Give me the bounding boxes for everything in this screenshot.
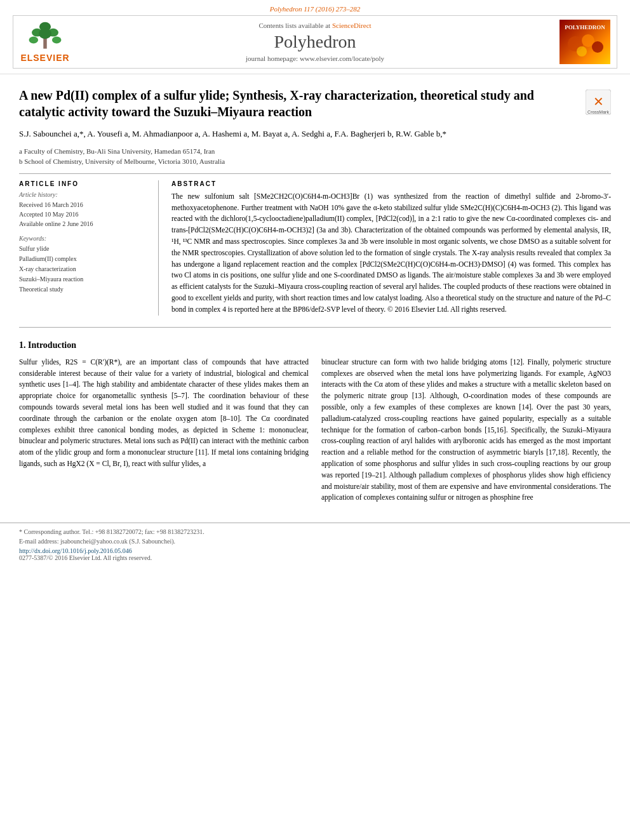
elsevier-tree-icon [26,21,64,53]
email-address: jsabounchei@yahoo.co.uk (S.J. Sabounchei… [60,538,175,545]
svg-point-10 [592,41,603,53]
footnote-corresponding: * Corresponding author. Tel.: +98 813827… [19,528,611,535]
keyword-5: Theoretical study [19,284,149,295]
received-date: Received 16 March 2016 [19,200,149,210]
journal-reference: Polyhedron 117 (2016) 273–282 [13,5,617,13]
intro-text-left: Sulfur ylides, R2S = C(R′)(R*), are an i… [19,357,309,470]
main-content: A new Pd(II) complex of a sulfur ylide; … [0,74,630,510]
svg-point-4 [52,37,62,44]
article-info-heading: ARTICLE INFO [19,180,149,187]
footer-copyright: 0277-5387/© 2016 Elsevier Ltd. All right… [19,554,611,561]
affiliations: a Faculty of Chemistry, Bu-Ali Sina Univ… [19,146,611,167]
elsevier-logo: ELSEVIER [20,21,70,63]
affiliation-b: b School of Chemistry, University of Mel… [19,156,611,167]
article-info-abstract-section: ARTICLE INFO Article history: Received 1… [19,180,611,316]
contents-available-text: Contents lists available at ScienceDirec… [70,22,560,29]
article-info-column: ARTICLE INFO Article history: Received 1… [19,180,159,316]
journal-title: Polyhedron [70,32,560,52]
available-date: Available online 2 June 2016 [19,219,149,229]
header-banner: ELSEVIER Contents lists available at Sci… [13,15,617,69]
affiliation-a: a Faculty of Chemistry, Bu-Ali Sina Univ… [19,146,611,157]
svg-point-3 [29,37,39,44]
introduction-title: 1. Introduction [19,340,611,350]
journal-header: Polyhedron 117 (2016) 273–282 ELSEVIER [0,0,630,74]
keyword-2: Palladium(II) complex [19,254,149,264]
doi-link[interactable]: http://dx.doi.org/10.1016/j.poly.2016.05… [19,547,132,554]
cover-journal-name: POLYHEDRON [565,24,605,31]
introduction-body: Sulfur ylides, R2S = C(R′)(R*), are an i… [19,357,611,504]
article-title: A new Pd(II) complex of a sulfur ylide; … [19,87,586,120]
footer-doi[interactable]: http://dx.doi.org/10.1016/j.poly.2016.05… [19,547,611,554]
header-divider [19,173,611,174]
article-history: Article history: Received 16 March 2016 … [19,191,149,229]
keywords-title: Keywords: [19,235,149,242]
svg-text:CrossMark: CrossMark [587,110,609,114]
introduction-section: 1. Introduction Sulfur ylides, R2S = C(R… [19,340,611,504]
svg-point-6 [39,29,51,39]
intro-col-right: binuclear structure can form with two ha… [321,357,611,504]
authors-line: S.J. Sabounchei a,*, A. Yousefi a, M. Ah… [19,128,611,141]
footnote-email: E-mail address: jsabounchei@yahoo.co.uk … [19,538,611,545]
accepted-date: Accepted 10 May 2016 [19,210,149,219]
history-title: Article history: [19,191,149,198]
cover-image-graphic [563,31,607,60]
article-title-section: A new Pd(II) complex of a sulfur ylide; … [19,87,611,120]
keyword-4: Suzuki–Miyaura reaction [19,274,149,284]
article-footer: * Corresponding author. Tel.: +98 813827… [0,523,630,566]
page: Polyhedron 117 (2016) 273–282 ELSEVIER [0,0,630,840]
elsevier-brand: ELSEVIER [20,53,69,63]
journal-info: Contents lists available at ScienceDirec… [70,22,560,62]
sciencedirect-link[interactable]: ScienceDirect [332,22,372,29]
email-label: E-mail address: [19,538,58,545]
journal-cover-image: POLYHEDRON [560,20,610,64]
body-divider [19,327,611,328]
keyword-3: X-ray characterization [19,264,149,274]
crossmark-icon: ✕ CrossMark [586,90,611,115]
journal-homepage: journal homepage: www.elsevier.com/locat… [70,55,560,62]
svg-text:✕: ✕ [593,95,604,109]
abstract-heading: ABSTRACT [171,180,611,187]
svg-point-11 [577,46,587,57]
keyword-1: Sulfur ylide [19,244,149,254]
abstract-text: The new sulfonium salt [SMe2CH2C(O)C6H4-… [171,191,611,316]
keywords-section: Keywords: Sulfur ylide Palladium(II) com… [19,235,149,295]
abstract-section: ABSTRACT The new sulfonium salt [SMe2CH2… [171,180,611,316]
intro-col-left: Sulfur ylides, R2S = C(R′)(R*), are an i… [19,357,309,504]
intro-text-right: binuclear structure can form with two ha… [321,357,611,504]
